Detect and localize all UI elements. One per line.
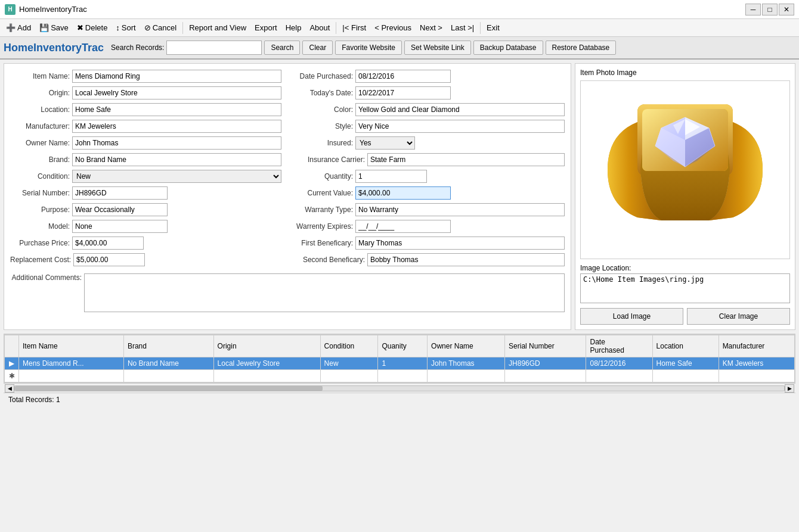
warranty-expires-input[interactable]: [355, 220, 451, 233]
search-button[interactable]: Search: [264, 41, 300, 55]
scroll-right-button[interactable]: ▶: [785, 384, 794, 393]
load-image-button[interactable]: Load Image: [580, 308, 683, 325]
scroll-thumb[interactable]: [15, 386, 323, 391]
warranty-expires-row: Warrenty Expires:: [293, 220, 565, 233]
grid-cell-quantity[interactable]: 1: [378, 357, 428, 370]
manufacturer-input[interactable]: [72, 120, 281, 133]
location-input[interactable]: [72, 103, 281, 116]
brand-input[interactable]: [72, 153, 281, 166]
insurance-carrier-input[interactable]: [367, 153, 565, 166]
menu-cancel-label: Cancel: [153, 23, 176, 32]
item-name-input[interactable]: [72, 70, 281, 83]
window-title: HomeInventoryTrac: [19, 5, 87, 14]
menu-about[interactable]: About: [306, 22, 333, 33]
menu-cancel[interactable]: ⊘ Cancel: [141, 22, 180, 33]
grid-cell-manufacturer[interactable]: KM Jewelers: [719, 357, 794, 370]
horizontal-scrollbar[interactable]: ◀ ▶: [4, 383, 795, 393]
first-beneficiary-label: First Beneficary:: [293, 239, 353, 247]
menu-sort[interactable]: ↕ Sort: [112, 22, 139, 33]
minimize-button[interactable]: ─: [745, 4, 761, 15]
grid-cell-brand[interactable]: No Brand Name: [123, 357, 213, 370]
menu-previous[interactable]: < Previous: [371, 22, 415, 33]
origin-input[interactable]: [72, 86, 281, 99]
quantity-row: Quantity:: [293, 170, 565, 183]
grid-cell-location[interactable]: Home Safe: [652, 357, 719, 370]
todays-date-input[interactable]: [355, 86, 451, 99]
image-location-input[interactable]: C:\Home Item Images\ring.jpg: [580, 273, 790, 303]
save-icon: 💾: [39, 23, 49, 32]
menu-next[interactable]: Next >: [416, 22, 446, 33]
favorite-website-button[interactable]: Favorite Website: [335, 41, 402, 55]
owner-name-label: Owner Name:: [10, 139, 70, 147]
condition-select[interactable]: New Like New Good Fair Poor: [72, 170, 281, 183]
grid-cell-serial-number[interactable]: JH896GD: [505, 357, 586, 370]
backup-database-button[interactable]: Backup Database: [473, 41, 543, 55]
set-website-link-button[interactable]: Set Website Link: [404, 41, 471, 55]
menu-last-label: Last >|: [451, 23, 474, 32]
current-value-row: Current Value:: [293, 186, 565, 200]
location-label: Location:: [10, 105, 70, 114]
style-input[interactable]: [355, 120, 565, 133]
search-records-label: Search Records:: [111, 43, 164, 52]
close-button[interactable]: ✕: [779, 4, 794, 15]
menu-exit[interactable]: Exit: [483, 22, 503, 33]
purchase-price-row: Purchase Price:: [10, 237, 281, 250]
serial-number-input[interactable]: [72, 186, 168, 200]
color-input[interactable]: [355, 103, 565, 116]
clear-image-button[interactable]: Clear Image: [687, 308, 790, 325]
purchase-price-input[interactable]: [72, 237, 144, 250]
warranty-type-input[interactable]: [355, 203, 565, 216]
style-row: Style:: [293, 120, 565, 133]
search-records-input[interactable]: [166, 41, 262, 55]
additional-comments-input[interactable]: [84, 273, 565, 312]
menu-report[interactable]: Report and View: [185, 22, 250, 33]
menu-add[interactable]: ➕ Add: [2, 22, 35, 33]
new-row-cell-10: [719, 370, 794, 382]
form-left: Item Name: Origin: Location: Manufacture…: [10, 70, 281, 270]
first-beneficiary-input[interactable]: [355, 237, 565, 250]
menu-first-label: |< First: [342, 23, 366, 32]
item-name-label: Item Name:: [10, 72, 70, 80]
scroll-left-button[interactable]: ◀: [5, 384, 14, 393]
current-value-input[interactable]: [355, 186, 451, 200]
menu-save[interactable]: 💾 Save: [36, 22, 72, 33]
menu-last[interactable]: Last >|: [447, 22, 478, 33]
condition-label: Condition:: [10, 172, 70, 181]
grid-container: Item Name Brand Origin Condition Quanity…: [4, 334, 795, 383]
menu-export[interactable]: Export: [251, 22, 281, 33]
grid-col-quantity: Quanity: [378, 335, 428, 357]
restore-database-button[interactable]: Restore Database: [546, 41, 617, 55]
menu-add-label: Add: [17, 23, 31, 32]
second-beneficiary-input[interactable]: [367, 253, 565, 266]
toolbar: HomeInventoryTrac Search Records: Search…: [0, 37, 799, 60]
model-input[interactable]: [72, 220, 168, 233]
quantity-input[interactable]: [355, 170, 427, 183]
grid-col-location: Location: [652, 335, 719, 357]
menu-help[interactable]: Help: [282, 22, 305, 33]
maximize-button[interactable]: □: [762, 4, 778, 15]
grid-col-condition: Condition: [320, 335, 378, 357]
purpose-input[interactable]: [72, 203, 168, 216]
app-title: HomeInventoryTrac: [4, 42, 104, 54]
menu-delete[interactable]: ✖ Delete: [73, 22, 112, 33]
grid-cell-date-purchased[interactable]: 08/12/2016: [586, 357, 652, 370]
grid-col-origin: Origin: [213, 335, 320, 357]
replacement-cost-label: Replacement Cost:: [10, 256, 71, 264]
owner-name-row: Owner Name:: [10, 136, 281, 150]
grid-cell-item-name[interactable]: Mens Diamond R...: [19, 357, 124, 370]
grid-cell-origin[interactable]: Local Jewelry Store: [213, 357, 320, 370]
table-row[interactable]: ▶ Mens Diamond R... No Brand Name Local …: [5, 357, 795, 370]
menu-first[interactable]: |< First: [339, 22, 370, 33]
clear-button[interactable]: Clear: [302, 41, 333, 55]
grid-cell-owner-name[interactable]: John Thomas: [428, 357, 505, 370]
title-bar: H HomeInventoryTrac ─ □ ✕: [0, 0, 799, 19]
owner-name-input[interactable]: [72, 136, 281, 150]
menu-sep-1: [182, 22, 183, 34]
replacement-cost-input[interactable]: [73, 253, 145, 266]
grid-cell-condition[interactable]: New: [320, 357, 378, 370]
date-purchased-input[interactable]: [355, 70, 451, 83]
image-location-label: Image Location:: [580, 264, 790, 272]
second-beneficiary-label: Second Beneficary:: [293, 256, 365, 264]
image-buttons: Load Image Clear Image: [580, 308, 790, 325]
insured-select[interactable]: Yes No: [355, 136, 415, 150]
